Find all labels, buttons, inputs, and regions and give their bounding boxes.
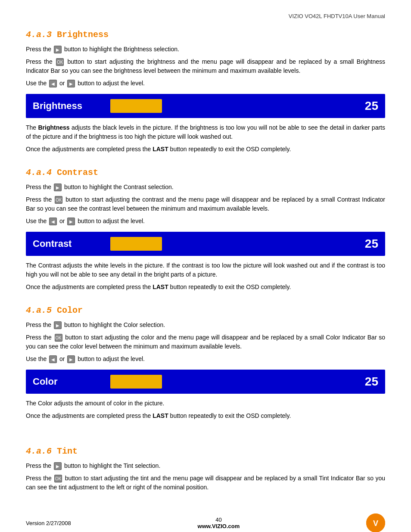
ok-icon-3: ▶	[54, 184, 62, 191]
brightness-indicator-track	[110, 99, 361, 113]
page-footer: Version 2/27/2008 40 www.VIZIO.com V	[26, 509, 385, 532]
heading-label-color: Color	[57, 305, 83, 315]
contrast-para1: Press the ▶ button to highlight the Cont…	[26, 183, 385, 192]
section-color: 4.a.5 Color Press the ▶ button to highli…	[26, 305, 385, 420]
ok-icon-2: OK	[56, 58, 64, 66]
color-indicator-track	[110, 375, 361, 389]
vizio-logo: V	[366, 513, 385, 532]
color-indicator-bar: Color 25	[26, 370, 385, 394]
contrast-indicator-track	[110, 237, 361, 251]
right-icon-3: ▶	[67, 355, 75, 363]
section-heading-brightness: 4.a.3 Brightness	[26, 30, 385, 40]
left-icon-2: ◀	[49, 218, 57, 225]
heading-label-contrast: Contrast	[57, 168, 98, 177]
section-heading-tint: 4.a.6 Tint	[26, 446, 385, 456]
footer-center: 40 www.VIZIO.com	[198, 516, 240, 529]
brightness-desc1: The Brightness adjusts the black levels …	[26, 123, 385, 141]
right-icon-1: ▶	[67, 80, 75, 87]
heading-number-color: 4.a.5	[26, 305, 52, 315]
contrast-desc2: Once the adjustments are completed press…	[26, 283, 385, 292]
brightness-desc2: Once the adjustments are completed press…	[26, 145, 385, 154]
contrast-para2: Press the OK button to start adjusting t…	[26, 195, 385, 213]
heading-number-brightness: 4.a.3	[26, 30, 52, 40]
contrast-desc1: The Contrast adjusts the white levels in…	[26, 261, 385, 279]
footer-page-number: 40	[198, 516, 240, 523]
contrast-indicator-bar: Contrast 25	[26, 232, 385, 256]
brightness-indicator-fill	[110, 99, 162, 113]
contrast-indicator-label: Contrast	[33, 238, 110, 249]
brightness-para3: Use the ◀ or ▶ button to adjust the leve…	[26, 79, 385, 88]
heading-number-tint: 4.a.6	[26, 446, 52, 456]
color-para2: Press the OK button to start adjusting t…	[26, 333, 385, 351]
heading-number-contrast: 4.a.4	[26, 168, 52, 177]
ok-icon-4: OK	[55, 196, 62, 204]
brightness-indicator-value: 25	[361, 99, 378, 113]
brightness-para1: Press the ▶ button to highlight the Brig…	[26, 45, 385, 54]
color-desc2: Once the adjustments are completed press…	[26, 411, 385, 420]
right-icon-2: ▶	[67, 218, 75, 225]
color-para1: Press the ▶ button to highlight the Colo…	[26, 320, 385, 330]
color-indicator-fill	[110, 375, 162, 389]
ok-icon-5: ▶	[54, 321, 62, 329]
ok-icon-7: ▶	[54, 462, 62, 470]
heading-label-tint: Tint	[57, 446, 78, 456]
contrast-indicator-fill	[110, 237, 162, 251]
color-para3: Use the ◀ or ▶ button to adjust the leve…	[26, 355, 385, 364]
section-brightness: 4.a.3 Brightness Press the ▶ button to h…	[26, 30, 385, 154]
brightness-para2: Press the OK button to start adjusting t…	[26, 57, 385, 75]
color-indicator-label: Color	[33, 376, 110, 387]
brightness-indicator-label: Brightness	[33, 100, 110, 112]
color-indicator-value: 25	[361, 375, 378, 389]
ok-icon-1: ▶	[54, 46, 62, 53]
page-header: VIZIO VO42L FHDTV10A User Manual	[26, 13, 385, 19]
color-desc1: The Color adjusts the amount of color in…	[26, 399, 385, 408]
heading-label-brightness: Brightness	[57, 30, 109, 40]
section-heading-color: 4.a.5 Color	[26, 305, 385, 315]
contrast-para3: Use the ◀ or ▶ button to adjust the leve…	[26, 217, 385, 226]
manual-title: VIZIO VO42L FHDTV10A User Manual	[289, 13, 385, 19]
tint-para2: Press the OK button to start adjusting t…	[26, 474, 385, 492]
page-content: VIZIO VO42L FHDTV10A User Manual 4.a.3 B…	[0, 0, 411, 532]
left-icon-3: ◀	[49, 355, 57, 363]
ok-icon-6: OK	[55, 334, 62, 342]
section-contrast: 4.a.4 Contrast Press the ▶ button to hig…	[26, 168, 385, 292]
footer-version: Version 2/27/2008	[26, 520, 71, 526]
left-icon-1: ◀	[49, 80, 57, 87]
svg-text:V: V	[373, 519, 378, 528]
tint-para1: Press the ▶ button to highlight the Tint…	[26, 461, 385, 470]
section-heading-contrast: 4.a.4 Contrast	[26, 168, 385, 177]
section-tint: 4.a.6 Tint Press the ▶ button to highlig…	[26, 446, 385, 492]
vizio-logo-svg: V	[366, 513, 385, 532]
brightness-indicator-bar: Brightness 25	[26, 94, 385, 118]
footer-website: www.VIZIO.com	[198, 523, 240, 529]
ok-icon-8: OK	[54, 475, 62, 482]
contrast-indicator-value: 25	[361, 237, 378, 251]
